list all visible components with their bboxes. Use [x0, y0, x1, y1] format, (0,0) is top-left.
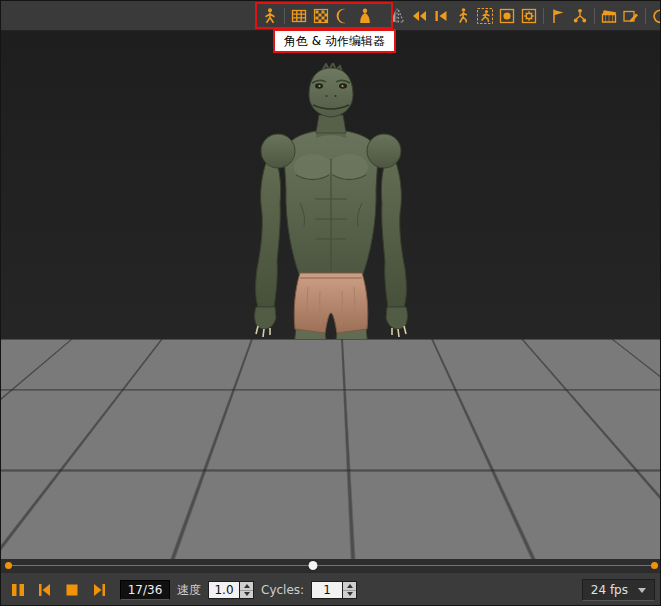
speed-up-button[interactable] — [240, 582, 253, 590]
timeline-start-dot[interactable] — [5, 562, 12, 569]
character-model — [216, 63, 446, 518]
cycles-value-field[interactable]: 1 — [311, 581, 343, 599]
speed-down-button[interactable] — [240, 590, 253, 599]
cycles-label: Cycles: — [261, 583, 304, 597]
viewport-3d[interactable] — [1, 31, 661, 559]
step-back-button[interactable] — [35, 580, 55, 600]
toolbar-separator — [284, 8, 285, 24]
pause-button[interactable] — [8, 580, 28, 600]
toolbar-separator — [594, 8, 595, 24]
timeline-playhead[interactable] — [308, 561, 317, 570]
fps-dropdown[interactable]: 24 fps — [582, 579, 655, 601]
record-icon[interactable] — [496, 4, 518, 28]
cycles-down-button[interactable] — [343, 590, 356, 599]
cycles-spinner: 1 — [311, 581, 357, 599]
toolbar-separator — [645, 8, 646, 24]
character-animation-tool-window: 角色 & 动作编辑器 — [0, 0, 661, 606]
timeline-scrubber[interactable] — [1, 559, 661, 572]
sequence-edit-icon[interactable] — [620, 4, 642, 28]
stop-button[interactable] — [62, 580, 82, 600]
flag-icon[interactable] — [547, 4, 569, 28]
main-toolbar — [1, 1, 661, 31]
toolbar-separator — [543, 8, 544, 24]
speed-spinner: 1.0 — [208, 581, 254, 599]
fps-value: 24 fps — [591, 583, 628, 597]
speed-label: 速度 — [177, 582, 201, 599]
timeline-end-dot[interactable] — [651, 562, 658, 569]
skeleton-hierarchy-icon[interactable] — [569, 4, 591, 28]
cycles-up-button[interactable] — [343, 582, 356, 590]
checkerboard-icon[interactable] — [310, 4, 332, 28]
toolbar-tooltip: 角色 & 动作编辑器 — [273, 29, 396, 53]
walk-icon[interactable] — [452, 4, 474, 28]
rewind-icon[interactable] — [408, 4, 430, 28]
chevron-down-icon — [638, 588, 646, 597]
crescent-icon[interactable] — [332, 4, 354, 28]
step-previous-icon[interactable] — [430, 4, 452, 28]
frame-counter-field[interactable]: 17/36 — [120, 580, 170, 600]
grid-icon[interactable] — [288, 4, 310, 28]
mirror-icon[interactable] — [386, 4, 408, 28]
recycle-icon[interactable] — [649, 4, 661, 28]
speed-value-field[interactable]: 1.0 — [208, 581, 240, 599]
cloaked-figure-icon[interactable] — [354, 4, 376, 28]
clapperboard-icon[interactable] — [598, 4, 620, 28]
transport-bar: 17/36 速度 1.0 Cycles: 1 24 fps — [1, 572, 661, 606]
character-editor-icon[interactable] — [259, 4, 281, 28]
gear-icon[interactable] — [518, 4, 540, 28]
timeline-track[interactable] — [10, 565, 653, 566]
run-icon[interactable] — [474, 4, 496, 28]
step-forward-button[interactable] — [89, 580, 109, 600]
